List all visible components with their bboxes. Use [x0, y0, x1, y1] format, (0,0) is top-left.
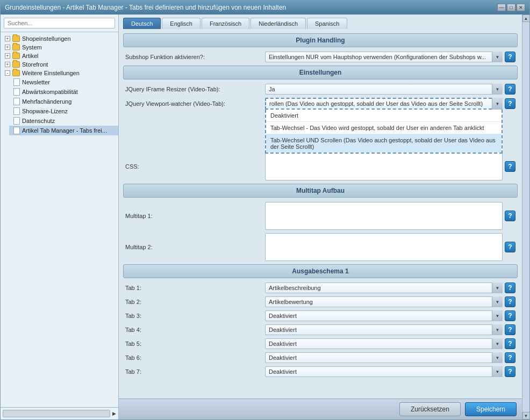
- sidebar-label: Storefront: [22, 61, 48, 68]
- dropdown-item-tab-wechsel[interactable]: Tab-Wechsel - Das Video wird gestoppt, s…: [266, 122, 502, 134]
- sidebar: + Shopeinstellungen + System + Artikel: [1, 15, 119, 419]
- tree: + Shopeinstellungen + System + Artikel: [1, 32, 118, 407]
- viewport-help-button[interactable]: ?: [505, 98, 515, 109]
- window-title: Grundeinstellungen - Artikel Tab Manager…: [5, 4, 286, 11]
- expand-icon: +: [5, 62, 10, 67]
- expand-icon: -: [5, 70, 10, 76]
- scroll-right-arrow[interactable]: ▶: [112, 411, 116, 416]
- main-window: Grundeinstellungen - Artikel Tab Manager…: [0, 0, 530, 420]
- css-label: CSS:: [125, 163, 265, 170]
- scroll-down-arrow[interactable]: ▼: [522, 412, 530, 419]
- title-controls: — □ ✕: [497, 4, 525, 11]
- file-icon: [13, 98, 20, 105]
- file-icon: [13, 127, 20, 134]
- folder-icon: [12, 44, 20, 50]
- scroll-up-arrow[interactable]: ▲: [522, 15, 530, 22]
- tab6-help-button[interactable]: ?: [505, 352, 515, 363]
- multitap2-row: Multitap 2: ?: [123, 233, 518, 261]
- sidebar-item-abwaertskompatibilitaet[interactable]: Abwärtskompatibilität: [9, 87, 118, 97]
- tab1-select[interactable]: Artikelbeschreibung: [265, 283, 503, 293]
- viewport-select[interactable]: rollen (Das Video auch gestoppt, sobald …: [265, 98, 503, 110]
- tab7-select[interactable]: Deaktiviert: [265, 366, 503, 377]
- file-icon: [13, 107, 20, 115]
- tab3-help-button[interactable]: ?: [505, 310, 515, 321]
- section-multitap: Multitap Aufbau: [123, 184, 518, 198]
- content-inner: Plugin Handling Subshop Funktion aktivie…: [119, 29, 522, 399]
- jquery-iframe-select[interactable]: Ja: [265, 84, 503, 95]
- sidebar-label: Artikel Tab Manager - Tabs frei...: [22, 127, 107, 134]
- tab1-help-button[interactable]: ?: [505, 283, 515, 293]
- tab6-select-wrap: Deaktiviert ▼: [265, 352, 503, 363]
- subshop-help-button[interactable]: ?: [505, 52, 515, 62]
- css-help-button[interactable]: ?: [505, 161, 515, 172]
- close-button[interactable]: ✕: [517, 4, 525, 11]
- tab-niederlaendisch[interactable]: Niederländisch: [250, 18, 306, 29]
- scrollbar-right: ▲ ▼: [522, 15, 529, 419]
- sidebar-item-newsletter[interactable]: Newsletter: [9, 77, 118, 87]
- tab-englisch[interactable]: Englisch: [162, 18, 200, 29]
- tab5-help-button[interactable]: ?: [505, 338, 515, 349]
- multitap2-textarea[interactable]: [265, 233, 503, 261]
- search-input[interactable]: [4, 18, 115, 28]
- multitap2-control: ?: [265, 233, 515, 261]
- subshop-control: Einstellungen NUR vom Hauptshop verwende…: [265, 52, 515, 62]
- maximize-button[interactable]: □: [507, 4, 515, 11]
- multitap1-textarea[interactable]: [265, 202, 503, 230]
- sidebar-label: Shopeinstellungen: [22, 35, 71, 42]
- jquery-iframe-help-button[interactable]: ?: [505, 84, 515, 95]
- tab3-label: Tab 3:: [125, 313, 265, 319]
- search-bar: [1, 15, 118, 32]
- folder-icon: [12, 35, 20, 42]
- jquery-viewport-label: JQuery Viewport-watcher (Video-Tab):: [125, 100, 265, 107]
- tab-deutsch[interactable]: Deutsch: [123, 18, 161, 29]
- tab3-control: Deaktiviert ▼ ?: [265, 310, 515, 321]
- css-textarea[interactable]: [265, 153, 503, 180]
- dropdown-item-deaktiviert[interactable]: Deaktiviert: [266, 110, 502, 122]
- minimize-button[interactable]: —: [497, 4, 506, 11]
- sidebar-label: Artikel: [22, 53, 39, 59]
- dropdown-item-tab-wechsel-scrollen[interactable]: Tab-Wechsel UND Scrollen (Das Video auch…: [266, 134, 502, 153]
- sidebar-item-shopeinstellungen[interactable]: + Shopeinstellungen: [1, 34, 118, 43]
- folder-icon: [12, 61, 20, 68]
- viewport-select-wrap: rollen (Das Video auch gestoppt, sobald …: [265, 98, 503, 110]
- tab1-control: Artikelbeschreibung ▼ ?: [265, 283, 515, 293]
- tab2-select[interactable]: Artikelbewertung: [265, 296, 503, 307]
- jquery-iframe-control: Ja ▼ ?: [265, 84, 515, 95]
- sidebar-item-shopware-lizenz[interactable]: Shopware-Lizenz: [9, 106, 118, 116]
- tab1-row: Tab 1: Artikelbeschreibung ▼ ?: [123, 283, 518, 293]
- tab2-help-button[interactable]: ?: [505, 296, 515, 307]
- subshop-select[interactable]: Einstellungen NUR vom Hauptshop verwende…: [265, 52, 503, 62]
- section-einstellungen: Einstellungen: [123, 66, 518, 79]
- scroll-bar-horizontal[interactable]: [3, 410, 110, 417]
- sidebar-item-storefront[interactable]: + Storefront: [1, 60, 118, 69]
- file-icon: [13, 88, 20, 96]
- multitap2-help-button[interactable]: ?: [505, 242, 515, 252]
- tab5-control: Deaktiviert ▼ ?: [265, 338, 515, 349]
- sidebar-item-weitere-einstellungen[interactable]: - Weitere Einstellungen: [1, 69, 118, 77]
- sidebar-item-artikel[interactable]: + Artikel: [1, 52, 118, 60]
- tab-franzoesisch[interactable]: Französisch: [202, 18, 249, 29]
- tab4-select-wrap: Deaktiviert ▼: [265, 324, 503, 335]
- save-button[interactable]: Speichern: [465, 402, 517, 416]
- sidebar-item-system[interactable]: + System: [1, 43, 118, 52]
- subshop-label: Subshop Funktion aktivieren?:: [125, 54, 265, 60]
- section-ausgabeschema: Ausgabeschema 1: [123, 264, 518, 278]
- tab3-select[interactable]: Deaktiviert: [265, 310, 503, 321]
- tab4-select[interactable]: Deaktiviert: [265, 324, 503, 335]
- tab2-control: Artikelbewertung ▼ ?: [265, 296, 515, 307]
- tab7-control: Deaktiviert ▼ ?: [265, 366, 515, 377]
- tab4-help-button[interactable]: ?: [505, 324, 515, 335]
- tab7-help-button[interactable]: ?: [505, 366, 515, 377]
- tab6-select[interactable]: Deaktiviert: [265, 352, 503, 363]
- reset-button[interactable]: Zurücksetzen: [399, 402, 461, 416]
- viewport-control: rollen (Das Video auch gestoppt, sobald …: [265, 98, 515, 110]
- sidebar-item-datenschutz[interactable]: Datenschutz: [9, 116, 118, 126]
- multitap1-help-button[interactable]: ?: [505, 211, 515, 221]
- folder-icon: [12, 70, 20, 76]
- sidebar-item-mehrfachaenderung[interactable]: Mehrfachänderung: [9, 97, 118, 106]
- sidebar-label: Newsletter: [22, 79, 50, 85]
- tab-spanisch[interactable]: Spanisch: [307, 18, 347, 29]
- sidebar-item-artikel-tab-manager[interactable]: Artikel Tab Manager - Tabs frei...: [9, 126, 118, 135]
- css-control: ?: [265, 153, 515, 180]
- tab5-select[interactable]: Deaktiviert: [265, 338, 503, 349]
